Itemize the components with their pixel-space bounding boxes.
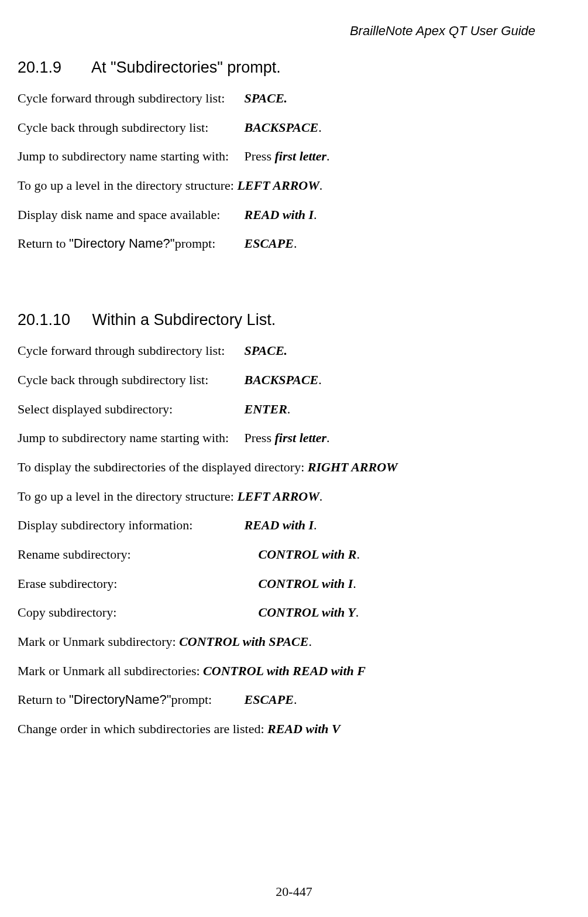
doc-line: Return to "DirectoryName?"prompt: ESCAPE… bbox=[18, 691, 570, 709]
doc-line: Display subdirectory information: READ w… bbox=[18, 516, 570, 534]
doc-desc: Jump to subdirectory name starting with: bbox=[18, 148, 241, 165]
doc-line: Rename subdirectory: CONTROL with R. bbox=[18, 546, 570, 563]
period: . bbox=[314, 518, 317, 532]
section-heading-20-1-9: 20.1.9 At "Subdirectories" prompt. bbox=[18, 59, 570, 77]
period: . bbox=[318, 372, 322, 387]
doc-desc: To go up a level in the directory struct… bbox=[18, 178, 237, 193]
doc-prefix: Press bbox=[245, 430, 275, 445]
period: . bbox=[318, 120, 322, 135]
doc-line: Jump to subdirectory name starting with:… bbox=[18, 148, 570, 165]
period: . bbox=[356, 547, 360, 562]
doc-key: first letter bbox=[274, 430, 326, 445]
doc-prompt-name: "Directory Name?" bbox=[69, 236, 175, 251]
doc-text: prompt: bbox=[175, 236, 216, 251]
doc-key: CONTROL with SPACE bbox=[179, 634, 308, 649]
doc-key: READ with V bbox=[267, 721, 341, 736]
doc-text: prompt: bbox=[171, 692, 212, 707]
doc-line: Copy subdirectory: CONTROL with Y. bbox=[18, 604, 570, 621]
doc-desc: Cycle forward through subdirectory list: bbox=[18, 90, 241, 107]
doc-line: Erase subdirectory: CONTROL with I. bbox=[18, 575, 570, 593]
doc-key: BACKSPACE bbox=[245, 120, 319, 135]
doc-text: Return to bbox=[18, 692, 69, 707]
doc-desc: Change order in which subdirectories are… bbox=[18, 721, 267, 736]
doc-key: RIGHT ARROW bbox=[308, 460, 398, 474]
doc-key: CONTROL with I bbox=[259, 576, 353, 591]
doc-desc: To go up a level in the directory struct… bbox=[18, 489, 237, 504]
period: . bbox=[326, 430, 330, 445]
doc-line: Cycle back through subdirectory list: BA… bbox=[18, 371, 570, 389]
period: . bbox=[308, 634, 312, 649]
doc-desc: Return to "Directory Name?"prompt: bbox=[18, 235, 241, 252]
doc-key: SPACE. bbox=[245, 343, 288, 358]
page-header: BrailleNote Apex QT User Guide bbox=[18, 23, 535, 39]
doc-prompt-name: "DirectoryName?" bbox=[69, 692, 171, 707]
doc-key: LEFT ARROW bbox=[237, 489, 319, 504]
doc-desc: Select displayed subdirectory: bbox=[18, 401, 241, 418]
period: . bbox=[314, 207, 317, 222]
doc-line: To display the subdirectories of the dis… bbox=[18, 458, 570, 476]
doc-key: SPACE. bbox=[245, 91, 288, 105]
period: . bbox=[319, 178, 323, 193]
page-footer: 20-447 bbox=[0, 884, 588, 899]
doc-line: Return to "Directory Name?"prompt: ESCAP… bbox=[18, 235, 570, 252]
doc-line: Select displayed subdirectory: ENTER. bbox=[18, 401, 570, 418]
doc-desc: To display the subdirectories of the dis… bbox=[18, 460, 308, 474]
period: . bbox=[294, 692, 297, 707]
doc-key: ENTER bbox=[245, 402, 287, 416]
doc-desc: Cycle back through subdirectory list: bbox=[18, 371, 241, 389]
doc-key: READ with I bbox=[245, 207, 314, 222]
doc-key: LEFT ARROW bbox=[237, 178, 319, 193]
doc-line: Cycle back through subdirectory list: BA… bbox=[18, 119, 570, 136]
doc-line: Mark or Unmark all subdirectories: CONTR… bbox=[18, 662, 570, 680]
doc-desc: Jump to subdirectory name starting with: bbox=[18, 429, 241, 447]
doc-prefix: Press bbox=[245, 149, 275, 163]
doc-key: CONTROL with Y bbox=[259, 605, 356, 620]
doc-key: BACKSPACE bbox=[245, 372, 319, 387]
period: . bbox=[287, 402, 291, 416]
section-title: At "Subdirectories" prompt. bbox=[91, 59, 281, 76]
section-heading-20-1-10: 20.1.10 Within a Subdirectory List. bbox=[18, 311, 570, 329]
doc-line: To go up a level in the directory struct… bbox=[18, 177, 570, 194]
doc-line: Mark or Unmark subdirectory: CONTROL wit… bbox=[18, 633, 570, 651]
doc-key: READ with I bbox=[245, 518, 314, 532]
doc-desc: Rename subdirectory: bbox=[18, 546, 255, 563]
doc-desc: Return to "DirectoryName?"prompt: bbox=[18, 691, 241, 709]
section-number: 20.1.9 bbox=[18, 59, 88, 77]
doc-line: Display disk name and space available: R… bbox=[18, 206, 570, 224]
period: . bbox=[319, 489, 323, 504]
doc-text: Return to bbox=[18, 236, 69, 251]
period: . bbox=[353, 576, 356, 591]
doc-key: ESCAPE bbox=[245, 236, 294, 251]
doc-desc: Display subdirectory information: bbox=[18, 516, 241, 534]
doc-line: Change order in which subdirectories are… bbox=[18, 720, 570, 738]
doc-desc: Display disk name and space available: bbox=[18, 206, 241, 224]
period: . bbox=[294, 236, 297, 251]
doc-desc: Cycle back through subdirectory list: bbox=[18, 119, 241, 136]
section-title: Within a Subdirectory List. bbox=[92, 311, 276, 329]
doc-key: CONTROL with READ with F bbox=[203, 663, 366, 678]
doc-line: To go up a level in the directory struct… bbox=[18, 488, 570, 505]
doc-desc: Copy subdirectory: bbox=[18, 604, 255, 621]
period: . bbox=[326, 149, 330, 163]
doc-key: CONTROL with R bbox=[259, 547, 357, 562]
doc-key: first letter bbox=[274, 149, 326, 163]
period: . bbox=[356, 605, 359, 620]
doc-desc: Erase subdirectory: bbox=[18, 575, 255, 593]
doc-line: Cycle forward through subdirectory list:… bbox=[18, 90, 570, 107]
doc-key: ESCAPE bbox=[245, 692, 294, 707]
doc-desc: Mark or Unmark subdirectory: bbox=[18, 634, 179, 649]
doc-desc: Cycle forward through subdirectory list: bbox=[18, 342, 241, 360]
doc-line: Cycle forward through subdirectory list:… bbox=[18, 342, 570, 360]
doc-desc: Mark or Unmark all subdirectories: bbox=[18, 663, 203, 678]
doc-line: Jump to subdirectory name starting with:… bbox=[18, 429, 570, 447]
section-number: 20.1.10 bbox=[18, 311, 88, 329]
